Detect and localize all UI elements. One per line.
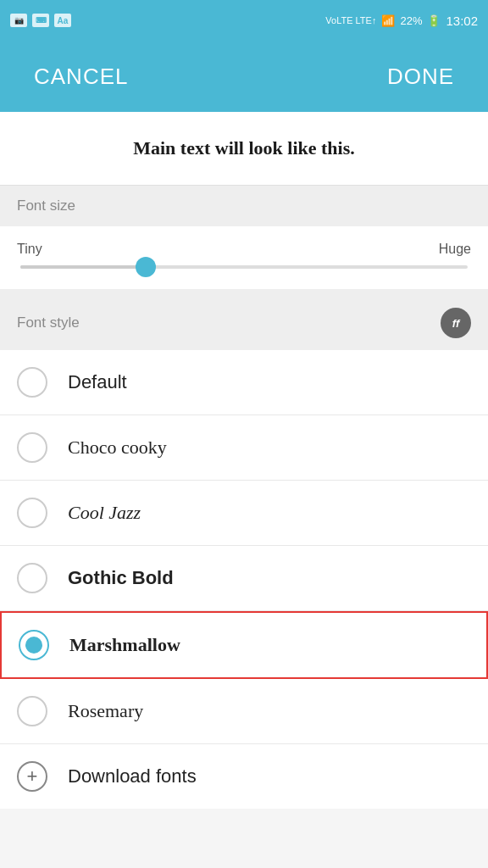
action-bar: CANCEL DONE xyxy=(0,41,488,112)
status-bar-left: 📷 ⌨ Aa xyxy=(10,14,71,27)
font-name-cool-jazz: Cool Jazz xyxy=(68,502,141,524)
radio-marshmallow-inner xyxy=(25,637,42,654)
slider-fill xyxy=(20,265,146,269)
font-item-choco-cooky[interactable]: Choco cooky xyxy=(0,415,488,481)
font-item-gothic-bold[interactable]: Gothic Bold xyxy=(0,546,488,611)
status-bar-right: VoLTE LTE↑ 📶 22% 🔋 13:02 xyxy=(325,14,478,28)
cancel-button[interactable]: CANCEL xyxy=(20,57,141,97)
radio-cool-jazz[interactable] xyxy=(17,498,47,528)
tiny-label: Tiny xyxy=(17,242,42,257)
download-fonts-label: Download fonts xyxy=(68,765,197,787)
slider-thumb[interactable] xyxy=(136,257,156,277)
slider-track[interactable] xyxy=(20,265,468,269)
font-item-cool-jazz[interactable]: Cool Jazz xyxy=(0,481,488,546)
slider-labels: Tiny Huge xyxy=(17,242,471,257)
plus-icon: + xyxy=(17,761,47,792)
font-item-rosemary[interactable]: Rosemary xyxy=(0,679,488,744)
battery-icon: 🔋 xyxy=(427,14,441,27)
font-size-header: Font size xyxy=(0,186,488,226)
radio-default[interactable] xyxy=(17,367,47,398)
slider-section: Tiny Huge xyxy=(0,226,488,296)
font-name-default: Default xyxy=(68,371,127,393)
font-name-gothic-bold: Gothic Bold xyxy=(68,567,174,589)
time: 13:02 xyxy=(446,14,478,28)
font-icon: Aa xyxy=(54,14,71,27)
radio-rosemary[interactable] xyxy=(17,696,47,726)
huge-label: Huge xyxy=(439,242,471,257)
font-name-choco-cooky: Choco cooky xyxy=(68,437,167,459)
font-item-default[interactable]: Default xyxy=(0,350,488,415)
font-name-rosemary: Rosemary xyxy=(68,700,143,722)
preview-text: Main text will look like this. xyxy=(20,137,468,159)
radio-gothic-bold[interactable] xyxy=(17,563,47,593)
screen-icon: 📷 xyxy=(10,14,27,27)
font-item-marshmallow[interactable]: Marshmallow xyxy=(0,611,488,679)
wifi-icon: 📶 xyxy=(381,14,395,27)
radio-choco-cooky[interactable] xyxy=(17,432,47,463)
download-fonts-item[interactable]: + Download fonts xyxy=(0,744,488,809)
radio-marshmallow[interactable] xyxy=(19,630,49,660)
font-size-label: Font size xyxy=(17,198,75,214)
font-name-marshmallow: Marshmallow xyxy=(69,634,180,656)
font-list: Default Choco cooky Cool Jazz Gothic Bol… xyxy=(0,350,488,809)
done-button[interactable]: DONE xyxy=(374,57,468,97)
font-style-label: Font style xyxy=(17,314,80,331)
font-style-header: Font style ff xyxy=(0,296,488,350)
preview-section: Main text will look like this. xyxy=(0,112,488,186)
signal-lte: VoLTE LTE↑ xyxy=(325,15,376,25)
ff-badge: ff xyxy=(441,308,471,338)
battery-percent: 22% xyxy=(400,14,422,27)
keyboard-icon: ⌨ xyxy=(32,14,49,27)
status-bar: 📷 ⌨ Aa VoLTE LTE↑ 📶 22% 🔋 13:02 xyxy=(0,0,488,41)
